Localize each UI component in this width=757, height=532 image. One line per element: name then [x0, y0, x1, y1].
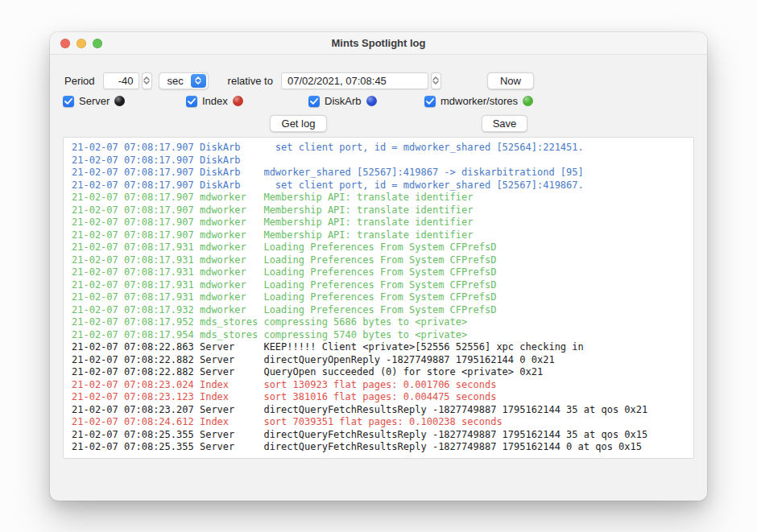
get-log-button[interactable]: Get log	[270, 115, 327, 132]
log-timestamp: 21-02-07 07:08:17.932	[72, 304, 200, 317]
log-line: 21-02-07 07:08:17.931 mdworker Loading P…	[72, 241, 693, 254]
log-timestamp: 21-02-07 07:08:17.954	[72, 329, 200, 342]
filter-row: Server Index DiskArb mdworker/stores	[50, 95, 707, 111]
period-value-input[interactable]: -40	[103, 72, 139, 89]
log-process: mdworker	[200, 266, 263, 279]
log-message: directQueryFetchResultsReply -1827749887…	[263, 429, 647, 442]
log-process: Server	[200, 366, 263, 379]
window-title: Mints Spotlight log	[332, 37, 426, 49]
titlebar: Mints Spotlight log	[50, 32, 707, 55]
log-timestamp: 21-02-07 07:08:17.907	[72, 142, 200, 155]
log-message: KEEP!!!!! Client <private>[52556 52556] …	[263, 341, 583, 354]
log-timestamp: 21-02-07 07:08:17.931	[72, 279, 200, 292]
unit-select[interactable]: sec	[159, 72, 209, 89]
log-timestamp: 21-02-07 07:08:22.882	[72, 366, 200, 379]
minimize-button[interactable]	[77, 39, 86, 48]
log-line: 21-02-07 07:08:23.024 Index sort 130923 …	[72, 379, 693, 392]
log-line: 21-02-07 07:08:17.931 mdworker Loading P…	[72, 279, 693, 292]
log-process: Server	[200, 404, 263, 417]
log-message: Membership API: translate identifier	[263, 217, 473, 229]
log-process: mdworker	[200, 204, 263, 217]
log-timestamp: 21-02-07 07:08:23.207	[72, 404, 200, 417]
log-process: mdworker	[200, 229, 263, 242]
log-timestamp: 21-02-07 07:08:17.952	[72, 316, 200, 329]
now-button[interactable]: Now	[487, 72, 534, 89]
log-process: Index	[200, 379, 263, 392]
period-label: Period	[64, 75, 95, 87]
log-line: 21-02-07 07:08:17.907 mdworker Membershi…	[72, 204, 693, 217]
log-timestamp: 21-02-07 07:08:23.024	[72, 379, 200, 392]
filter-color-dot-icon	[233, 96, 243, 106]
log-line: 21-02-07 07:08:17.907 mdworker Membershi…	[72, 192, 693, 204]
log-message: Loading Preferences From System CFPrefsD	[263, 304, 496, 317]
log-message: Membership API: translate identifier	[263, 229, 473, 242]
unit-select-value: sec	[168, 75, 184, 87]
log-message: Membership API: translate identifier	[263, 192, 473, 204]
log-process: mds_stores	[200, 316, 263, 329]
log-message: compressing 5686 bytes to <private>	[263, 316, 467, 329]
log-process: DiskArb	[200, 155, 263, 167]
checkbox-checked-icon[interactable]	[424, 96, 436, 107]
app-window: Mints Spotlight log Period -40 sec relat…	[50, 32, 707, 501]
log-output[interactable]: 21-02-07 07:08:17.907 DiskArb set client…	[63, 137, 694, 459]
log-line: 21-02-07 07:08:17.907 DiskArb mdworker_s…	[72, 167, 693, 179]
log-message: Loading Preferences From System CFPrefsD	[263, 279, 496, 292]
log-line: 21-02-07 07:08:23.207 Server directQuery…	[72, 404, 693, 417]
log-message: Loading Preferences From System CFPrefsD	[263, 241, 496, 254]
filter-item[interactable]: mdworker/stores	[424, 95, 533, 107]
datetime-stepper[interactable]	[431, 72, 441, 89]
log-process: mds_stores	[200, 329, 263, 342]
log-line: 21-02-07 07:08:17.931 mdworker Loading P…	[72, 291, 693, 304]
datetime-input[interactable]: 07/02/2021, 07:08:45	[281, 72, 428, 89]
log-timestamp: 21-02-07 07:08:17.907	[72, 229, 200, 242]
log-message: Loading Preferences From System CFPrefsD	[263, 291, 496, 304]
log-line: 21-02-07 07:08:17.907 DiskArb set client…	[72, 142, 693, 155]
log-process: Server	[200, 341, 263, 354]
log-process: DiskArb	[200, 142, 263, 155]
log-message: QueryOpen succeeded (0) for store <priva…	[263, 366, 543, 379]
log-line: 21-02-07 07:08:23.123 Index sort 381016 …	[72, 391, 693, 404]
period-controls-row: Period -40 sec relative to 07/02/2021, 0…	[64, 72, 693, 89]
zoom-button[interactable]	[93, 39, 102, 48]
popup-arrows-icon	[191, 74, 206, 88]
log-line: 21-02-07 07:08:17.952 mds_stores compres…	[72, 316, 693, 329]
log-process: Index	[200, 391, 263, 404]
log-process: Index	[200, 416, 263, 429]
log-line: 21-02-07 07:08:22.863 Server KEEP!!!!! C…	[72, 341, 693, 354]
filter-label: Index	[202, 95, 228, 107]
log-timestamp: 21-02-07 07:08:24.612	[72, 416, 200, 429]
filter-item[interactable]: Server	[63, 95, 125, 107]
log-timestamp: 21-02-07 07:08:17.907	[72, 155, 200, 167]
log-timestamp: 21-02-07 07:08:17.931	[72, 254, 200, 267]
log-line: 21-02-07 07:08:17.907 mdworker Membershi…	[72, 217, 693, 229]
close-button[interactable]	[60, 39, 70, 48]
log-timestamp: 21-02-07 07:08:17.931	[72, 291, 200, 304]
log-message: directQueryOpenReply -1827749887 1795162…	[263, 354, 554, 367]
filter-item[interactable]: DiskArb	[308, 95, 377, 107]
log-message: sort 7039351 flat pages: 0.100238 second…	[263, 416, 502, 429]
save-button[interactable]: Save	[482, 115, 527, 132]
log-message: Loading Preferences From System CFPrefsD	[263, 266, 496, 279]
log-timestamp: 21-02-07 07:08:22.882	[72, 354, 200, 367]
relative-to-label: relative to	[228, 75, 273, 87]
checkbox-checked-icon[interactable]	[63, 96, 74, 107]
checkbox-checked-icon[interactable]	[186, 96, 197, 107]
log-process: Server	[200, 441, 263, 454]
log-line: 21-02-07 07:08:17.931 mdworker Loading P…	[72, 266, 693, 279]
log-line: 21-02-07 07:08:17.932 mdworker Loading P…	[72, 304, 693, 317]
log-line: 21-02-07 07:08:17.907 DiskArb set client…	[72, 179, 693, 192]
log-process: mdworker	[200, 279, 263, 292]
log-line: 21-02-07 07:08:22.882 Server directQuery…	[72, 354, 693, 367]
period-stepper[interactable]	[142, 72, 152, 89]
filter-item[interactable]: Index	[186, 95, 243, 107]
log-process: DiskArb	[200, 167, 263, 179]
checkbox-checked-icon[interactable]	[308, 96, 320, 107]
log-process: DiskArb	[200, 179, 263, 192]
log-message: sort 381016 flat pages: 0.004475 seconds	[263, 391, 496, 404]
chevron-down-icon	[432, 80, 439, 85]
log-timestamp: 21-02-07 07:08:22.863	[72, 341, 200, 354]
log-process: mdworker	[200, 192, 263, 204]
log-process: mdworker	[200, 291, 263, 304]
log-line: 21-02-07 07:08:17.907 mdworker Membershi…	[72, 229, 693, 242]
log-line: 21-02-07 07:08:17.931 mdworker Loading P…	[72, 254, 693, 267]
